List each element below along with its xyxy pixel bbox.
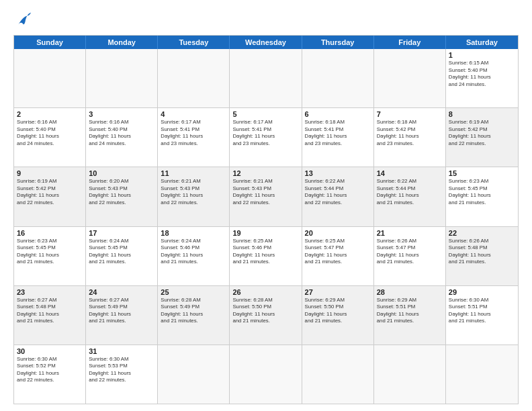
table-row: 30Sunrise: 6:30 AM Sunset: 5:52 PM Dayli… [14,345,86,404]
calendar-header: Sunday Monday Tuesday Wednesday Thursday… [14,36,518,49]
table-row: 14Sunrise: 6:22 AM Sunset: 5:44 PM Dayli… [374,167,446,226]
cell-text: Sunrise: 6:23 AM Sunset: 5:45 PM Dayligh… [449,178,515,206]
day-number: 5 [232,110,298,118]
cell-text: Sunrise: 6:19 AM Sunset: 5:42 PM Dayligh… [449,119,515,147]
day-number: 14 [377,169,443,177]
day-number: 2 [17,110,83,118]
day-number: 18 [161,229,226,237]
cell-text: Sunrise: 6:22 AM Sunset: 5:44 PM Dayligh… [377,178,443,206]
table-row: 17Sunrise: 6:24 AM Sunset: 5:45 PM Dayli… [86,227,158,285]
cell-text: Sunrise: 6:16 AM Sunset: 5:40 PM Dayligh… [89,119,154,147]
cell-text: Sunrise: 6:21 AM Sunset: 5:43 PM Dayligh… [232,178,298,206]
logo-icon [13,11,32,30]
day-number: 3 [89,110,154,118]
day-number: 29 [449,288,515,296]
table-row [446,345,518,404]
header-sunday: Sunday [14,36,86,49]
table-row [302,345,374,404]
day-number: 24 [89,288,154,296]
cell-text: Sunrise: 6:18 AM Sunset: 5:41 PM Dayligh… [305,119,371,147]
table-row: 20Sunrise: 6:25 AM Sunset: 5:47 PM Dayli… [302,227,374,285]
header-tuesday: Tuesday [158,36,230,49]
table-row: 15Sunrise: 6:23 AM Sunset: 5:45 PM Dayli… [446,167,518,226]
table-row [302,49,374,107]
header-wednesday: Wednesday [230,36,302,49]
header-saturday: Saturday [446,36,518,49]
calendar-row: 9Sunrise: 6:19 AM Sunset: 5:42 PM Daylig… [14,167,518,226]
table-row [374,49,446,107]
cell-text: Sunrise: 6:18 AM Sunset: 5:42 PM Dayligh… [377,119,443,147]
cell-text: Sunrise: 6:25 AM Sunset: 5:46 PM Dayligh… [232,238,298,266]
cell-text: Sunrise: 6:15 AM Sunset: 5:40 PM Dayligh… [449,60,515,88]
day-number: 23 [17,288,83,296]
cell-text: Sunrise: 6:26 AM Sunset: 5:47 PM Dayligh… [377,238,443,266]
table-row: 28Sunrise: 6:29 AM Sunset: 5:51 PM Dayli… [374,286,446,345]
page: Sunday Monday Tuesday Wednesday Thursday… [0,0,532,411]
cell-text: Sunrise: 6:22 AM Sunset: 5:44 PM Dayligh… [305,178,371,206]
cell-text: Sunrise: 6:27 AM Sunset: 5:48 PM Dayligh… [17,297,83,325]
table-row: 13Sunrise: 6:22 AM Sunset: 5:44 PM Dayli… [302,167,374,226]
day-number: 8 [449,110,515,118]
cell-text: Sunrise: 6:16 AM Sunset: 5:40 PM Dayligh… [17,119,83,147]
calendar-row: 30Sunrise: 6:30 AM Sunset: 5:52 PM Dayli… [14,345,518,404]
table-row: 2Sunrise: 6:16 AM Sunset: 5:40 PM Daylig… [14,108,86,167]
day-number: 21 [377,229,443,237]
table-row: 18Sunrise: 6:24 AM Sunset: 5:46 PM Dayli… [158,227,230,285]
cell-text: Sunrise: 6:19 AM Sunset: 5:42 PM Dayligh… [17,178,83,206]
cell-text: Sunrise: 6:17 AM Sunset: 5:41 PM Dayligh… [161,119,226,147]
cell-text: Sunrise: 6:26 AM Sunset: 5:48 PM Dayligh… [449,238,515,266]
table-row: 6Sunrise: 6:18 AM Sunset: 5:41 PM Daylig… [302,108,374,167]
table-row: 8Sunrise: 6:19 AM Sunset: 5:42 PM Daylig… [446,108,518,167]
cell-text: Sunrise: 6:28 AM Sunset: 5:50 PM Dayligh… [232,297,298,325]
table-row: 26Sunrise: 6:28 AM Sunset: 5:50 PM Dayli… [230,286,302,345]
day-number: 1 [449,51,515,59]
day-number: 12 [232,169,298,177]
day-number: 13 [305,169,371,177]
cell-text: Sunrise: 6:29 AM Sunset: 5:51 PM Dayligh… [377,297,443,325]
table-row: 27Sunrise: 6:29 AM Sunset: 5:50 PM Dayli… [302,286,374,345]
table-row: 1Sunrise: 6:15 AM Sunset: 5:40 PM Daylig… [446,49,518,107]
day-number: 9 [17,169,83,177]
table-row: 12Sunrise: 6:21 AM Sunset: 5:43 PM Dayli… [230,167,302,226]
table-row: 21Sunrise: 6:26 AM Sunset: 5:47 PM Dayli… [374,227,446,285]
cell-text: Sunrise: 6:23 AM Sunset: 5:45 PM Dayligh… [17,238,83,266]
table-row: 10Sunrise: 6:20 AM Sunset: 5:43 PM Dayli… [86,167,158,226]
day-number: 31 [89,347,154,355]
table-row [86,49,158,107]
cell-text: Sunrise: 6:24 AM Sunset: 5:46 PM Dayligh… [161,238,226,266]
day-number: 11 [161,169,226,177]
day-number: 20 [305,229,371,237]
day-number: 16 [17,229,83,237]
day-number: 17 [89,229,154,237]
cell-text: Sunrise: 6:21 AM Sunset: 5:43 PM Dayligh… [161,178,226,206]
calendar: Sunday Monday Tuesday Wednesday Thursday… [13,35,519,404]
day-number: 28 [377,288,443,296]
day-number: 26 [232,288,298,296]
table-row: 29Sunrise: 6:30 AM Sunset: 5:51 PM Dayli… [446,286,518,345]
calendar-row: 23Sunrise: 6:27 AM Sunset: 5:48 PM Dayli… [14,285,518,345]
calendar-row: 1Sunrise: 6:15 AM Sunset: 5:40 PM Daylig… [14,49,518,107]
cell-text: Sunrise: 6:29 AM Sunset: 5:50 PM Dayligh… [305,297,371,325]
cell-text: Sunrise: 6:28 AM Sunset: 5:49 PM Dayligh… [161,297,226,325]
cell-text: Sunrise: 6:30 AM Sunset: 5:52 PM Dayligh… [17,356,83,384]
header-thursday: Thursday [302,36,374,49]
table-row: 19Sunrise: 6:25 AM Sunset: 5:46 PM Dayli… [230,227,302,285]
logo [13,11,34,30]
table-row: 11Sunrise: 6:21 AM Sunset: 5:43 PM Dayli… [158,167,230,226]
table-row: 31Sunrise: 6:30 AM Sunset: 5:53 PM Dayli… [86,345,158,404]
table-row: 22Sunrise: 6:26 AM Sunset: 5:48 PM Dayli… [446,227,518,285]
header-monday: Monday [86,36,158,49]
day-number: 15 [449,169,515,177]
day-number: 27 [305,288,371,296]
day-number: 10 [89,169,154,177]
cell-text: Sunrise: 6:25 AM Sunset: 5:47 PM Dayligh… [305,238,371,266]
table-row [14,49,86,107]
day-number: 30 [17,347,83,355]
table-row: 23Sunrise: 6:27 AM Sunset: 5:48 PM Dayli… [14,286,86,345]
table-row: 4Sunrise: 6:17 AM Sunset: 5:41 PM Daylig… [158,108,230,167]
day-number: 25 [161,288,226,296]
calendar-body: 1Sunrise: 6:15 AM Sunset: 5:40 PM Daylig… [14,49,518,404]
table-row: 7Sunrise: 6:18 AM Sunset: 5:42 PM Daylig… [374,108,446,167]
cell-text: Sunrise: 6:30 AM Sunset: 5:51 PM Dayligh… [449,297,515,325]
header-friday: Friday [374,36,446,49]
